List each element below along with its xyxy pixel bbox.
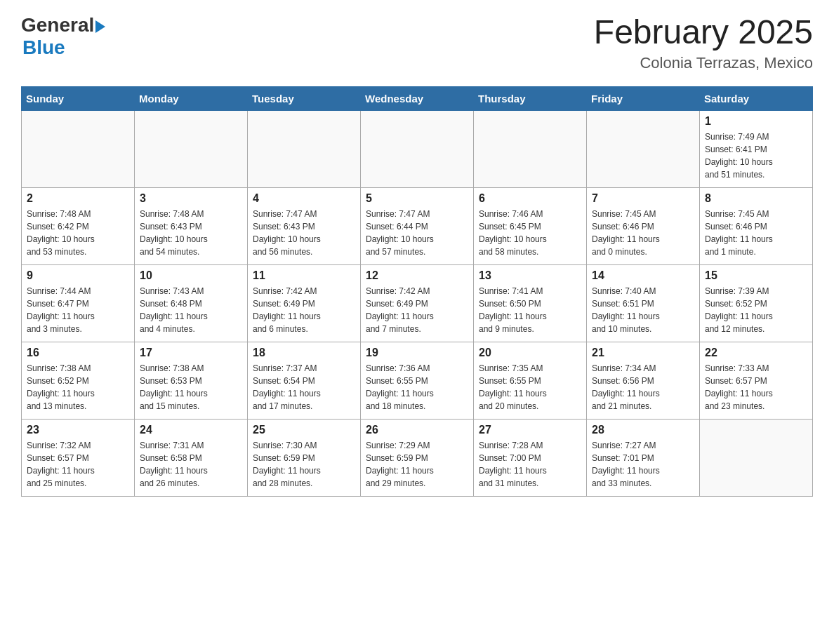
day-info: Sunrise: 7:45 AM Sunset: 6:46 PM Dayligh… (705, 208, 807, 258)
day-number: 14 (592, 269, 694, 282)
calendar-cell: 8Sunrise: 7:45 AM Sunset: 6:46 PM Daylig… (700, 187, 813, 264)
calendar-cell: 27Sunrise: 7:28 AM Sunset: 7:00 PM Dayli… (474, 419, 587, 496)
day-info: Sunrise: 7:42 AM Sunset: 6:49 PM Dayligh… (366, 285, 468, 335)
day-info: Sunrise: 7:36 AM Sunset: 6:55 PM Dayligh… (366, 362, 468, 412)
calendar-cell: 6Sunrise: 7:46 AM Sunset: 6:45 PM Daylig… (474, 187, 587, 264)
calendar-cell: 24Sunrise: 7:31 AM Sunset: 6:58 PM Dayli… (135, 419, 248, 496)
calendar-cell: 22Sunrise: 7:33 AM Sunset: 6:57 PM Dayli… (700, 342, 813, 419)
day-number: 1 (705, 115, 807, 128)
day-number: 16 (27, 347, 129, 359)
calendar-cell (700, 419, 813, 496)
calendar-cell: 4Sunrise: 7:47 AM Sunset: 6:43 PM Daylig… (248, 187, 361, 264)
day-info: Sunrise: 7:49 AM Sunset: 6:41 PM Dayligh… (705, 130, 807, 181)
calendar-cell (248, 110, 361, 187)
calendar-cell (22, 110, 135, 187)
header-monday: Monday (135, 86, 248, 110)
day-number: 8 (705, 192, 807, 205)
day-info: Sunrise: 7:47 AM Sunset: 6:43 PM Dayligh… (253, 208, 355, 258)
day-info: Sunrise: 7:40 AM Sunset: 6:51 PM Dayligh… (592, 285, 694, 335)
week-row-1: 2Sunrise: 7:48 AM Sunset: 6:42 PM Daylig… (22, 187, 813, 264)
week-row-0: 1Sunrise: 7:49 AM Sunset: 6:41 PM Daylig… (22, 110, 813, 187)
day-info: Sunrise: 7:32 AM Sunset: 6:57 PM Dayligh… (27, 439, 129, 490)
calendar-title: February 2025 (594, 14, 813, 51)
day-number: 18 (253, 347, 355, 359)
logo-general: General (21, 14, 94, 36)
day-info: Sunrise: 7:28 AM Sunset: 7:00 PM Dayligh… (479, 439, 581, 490)
day-number: 24 (140, 424, 242, 436)
day-info: Sunrise: 7:38 AM Sunset: 6:52 PM Dayligh… (27, 362, 129, 412)
day-info: Sunrise: 7:42 AM Sunset: 6:49 PM Dayligh… (253, 285, 355, 335)
day-info: Sunrise: 7:31 AM Sunset: 6:58 PM Dayligh… (140, 439, 242, 490)
calendar-cell: 11Sunrise: 7:42 AM Sunset: 6:49 PM Dayli… (248, 264, 361, 342)
day-info: Sunrise: 7:43 AM Sunset: 6:48 PM Dayligh… (140, 285, 242, 335)
day-number: 23 (27, 424, 129, 436)
day-info: Sunrise: 7:47 AM Sunset: 6:44 PM Dayligh… (366, 208, 468, 258)
day-info: Sunrise: 7:48 AM Sunset: 6:42 PM Dayligh… (27, 208, 129, 258)
day-number: 10 (140, 269, 242, 282)
day-number: 27 (479, 424, 581, 436)
week-row-4: 23Sunrise: 7:32 AM Sunset: 6:57 PM Dayli… (22, 419, 813, 496)
day-number: 25 (253, 424, 355, 436)
day-number: 21 (592, 347, 694, 359)
day-number: 2 (27, 192, 129, 205)
calendar-cell: 16Sunrise: 7:38 AM Sunset: 6:52 PM Dayli… (22, 342, 135, 419)
calendar-table: SundayMondayTuesdayWednesdayThursdayFrid… (21, 86, 813, 497)
calendar-cell: 12Sunrise: 7:42 AM Sunset: 6:49 PM Dayli… (361, 264, 474, 342)
day-number: 19 (366, 347, 468, 359)
calendar-cell: 23Sunrise: 7:32 AM Sunset: 6:57 PM Dayli… (22, 419, 135, 496)
day-info: Sunrise: 7:41 AM Sunset: 6:50 PM Dayligh… (479, 285, 581, 335)
title-block: February 2025 Colonia Terrazas, Mexico (594, 14, 813, 72)
calendar-cell: 25Sunrise: 7:30 AM Sunset: 6:59 PM Dayli… (248, 419, 361, 496)
day-info: Sunrise: 7:48 AM Sunset: 6:43 PM Dayligh… (140, 208, 242, 258)
calendar-cell (361, 110, 474, 187)
day-number: 28 (592, 424, 694, 436)
day-number: 6 (479, 192, 581, 205)
day-info: Sunrise: 7:38 AM Sunset: 6:53 PM Dayligh… (140, 362, 242, 412)
day-number: 3 (140, 192, 242, 205)
header-wednesday: Wednesday (361, 86, 474, 110)
calendar-cell (587, 110, 700, 187)
calendar-subtitle: Colonia Terrazas, Mexico (594, 54, 813, 72)
day-number: 12 (366, 269, 468, 282)
calendar-cell (135, 110, 248, 187)
day-number: 22 (705, 347, 807, 359)
calendar-cell: 3Sunrise: 7:48 AM Sunset: 6:43 PM Daylig… (135, 187, 248, 264)
day-info: Sunrise: 7:44 AM Sunset: 6:47 PM Dayligh… (27, 285, 129, 335)
day-info: Sunrise: 7:33 AM Sunset: 6:57 PM Dayligh… (705, 362, 807, 412)
calendar-cell: 17Sunrise: 7:38 AM Sunset: 6:53 PM Dayli… (135, 342, 248, 419)
day-number: 13 (479, 269, 581, 282)
day-info: Sunrise: 7:29 AM Sunset: 6:59 PM Dayligh… (366, 439, 468, 490)
day-info: Sunrise: 7:46 AM Sunset: 6:45 PM Dayligh… (479, 208, 581, 258)
header-sunday: Sunday (22, 86, 135, 110)
day-number: 5 (366, 192, 468, 205)
calendar-cell: 10Sunrise: 7:43 AM Sunset: 6:48 PM Dayli… (135, 264, 248, 342)
day-info: Sunrise: 7:45 AM Sunset: 6:46 PM Dayligh… (592, 208, 694, 258)
calendar-cell: 15Sunrise: 7:39 AM Sunset: 6:52 PM Dayli… (700, 264, 813, 342)
header-friday: Friday (587, 86, 700, 110)
calendar-header: SundayMondayTuesdayWednesdayThursdayFrid… (22, 86, 813, 110)
day-info: Sunrise: 7:39 AM Sunset: 6:52 PM Dayligh… (705, 285, 807, 335)
day-number: 4 (253, 192, 355, 205)
calendar-cell: 13Sunrise: 7:41 AM Sunset: 6:50 PM Dayli… (474, 264, 587, 342)
day-info: Sunrise: 7:37 AM Sunset: 6:54 PM Dayligh… (253, 362, 355, 412)
day-number: 15 (705, 269, 807, 282)
day-info: Sunrise: 7:27 AM Sunset: 7:01 PM Dayligh… (592, 439, 694, 490)
calendar-cell: 5Sunrise: 7:47 AM Sunset: 6:44 PM Daylig… (361, 187, 474, 264)
page-header: General Blue February 2025 Colonia Terra… (21, 14, 813, 72)
calendar-cell: 1Sunrise: 7:49 AM Sunset: 6:41 PM Daylig… (700, 110, 813, 187)
day-info: Sunrise: 7:30 AM Sunset: 6:59 PM Dayligh… (253, 439, 355, 490)
day-number: 17 (140, 347, 242, 359)
header-saturday: Saturday (700, 86, 813, 110)
calendar-cell: 7Sunrise: 7:45 AM Sunset: 6:46 PM Daylig… (587, 187, 700, 264)
day-number: 11 (253, 269, 355, 282)
calendar-cell: 9Sunrise: 7:44 AM Sunset: 6:47 PM Daylig… (22, 264, 135, 342)
day-info: Sunrise: 7:34 AM Sunset: 6:56 PM Dayligh… (592, 362, 694, 412)
header-thursday: Thursday (474, 86, 587, 110)
header-row: SundayMondayTuesdayWednesdayThursdayFrid… (22, 86, 813, 110)
day-number: 26 (366, 424, 468, 436)
calendar-cell: 21Sunrise: 7:34 AM Sunset: 6:56 PM Dayli… (587, 342, 700, 419)
header-tuesday: Tuesday (248, 86, 361, 110)
logo-arrow-icon (95, 20, 105, 33)
day-info: Sunrise: 7:35 AM Sunset: 6:55 PM Dayligh… (479, 362, 581, 412)
day-number: 20 (479, 347, 581, 359)
